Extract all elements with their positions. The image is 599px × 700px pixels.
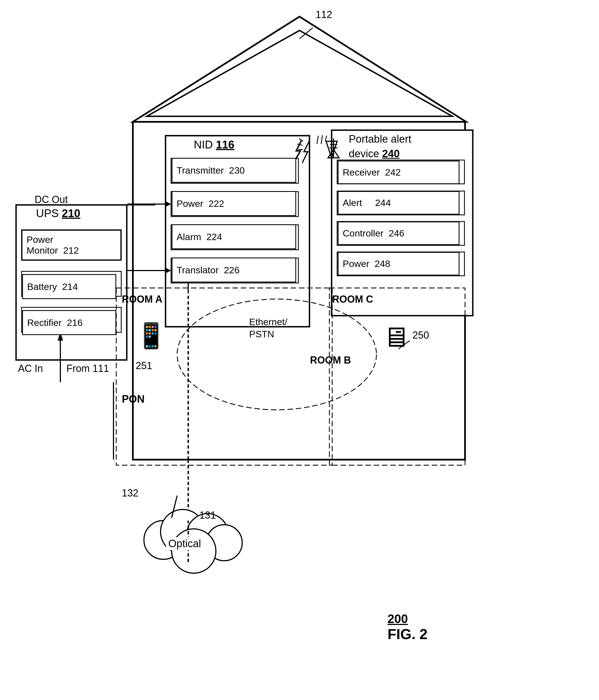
room-c-label: ROOM C — [332, 294, 373, 305]
svg-line-50 — [300, 28, 313, 39]
nid-label: NID 116 — [194, 139, 234, 151]
translator-box: Translator 226 — [172, 257, 296, 282]
rectifier-box: Rectifier 216 — [22, 310, 116, 335]
room-a-label: ROOM A — [122, 294, 162, 305]
svg-marker-17 — [326, 141, 337, 158]
svg-marker-36 — [166, 268, 171, 273]
pad-label: Portable alertdevice 240 — [349, 132, 411, 161]
svg-point-47 — [172, 529, 216, 573]
power-monitor-box: PowerMonitor 212 — [22, 230, 121, 260]
ref-131: 131 — [199, 509, 216, 521]
transmitter-box: Transmitter 230 — [172, 158, 296, 183]
svg-marker-1 — [147, 30, 452, 116]
power222-box: Power 222 — [172, 191, 296, 216]
dc-out-label: DC Out — [34, 194, 68, 205]
ref-132: 132 — [122, 488, 138, 499]
pon-label: PON — [122, 393, 145, 405]
svg-line-29 — [127, 205, 165, 232]
svg-marker-0 — [133, 17, 466, 122]
svg-marker-53 — [328, 150, 339, 158]
fig-label: FIG. 2 — [388, 626, 427, 643]
ethernet-label: Ethernet/PSTN — [249, 316, 287, 340]
ups-ref: 210 — [62, 207, 80, 219]
power248-box: Power 248 — [338, 252, 460, 276]
receiver-box: Receiver 242 — [338, 160, 460, 184]
controller-box: Controller 246 — [338, 222, 460, 245]
diagram-container: 112 NID 116 Transmitter 230 Power 222 Al… — [0, 0, 599, 700]
svg-rect-40 — [116, 288, 332, 465]
alarm-box: Alarm 224 — [172, 224, 296, 249]
ac-in-label: AC In — [18, 363, 43, 374]
svg-marker-34 — [166, 202, 171, 206]
fig-ref: 200 — [388, 612, 408, 626]
battery-box: Battery 214 — [22, 274, 116, 299]
diagram-svg — [0, 0, 599, 700]
svg-line-22 — [297, 144, 303, 145]
ref-112: 112 — [316, 9, 332, 21]
ups-label: UPS 210 — [36, 207, 80, 220]
ref-251: 251 — [136, 360, 152, 372]
svg-line-30 — [127, 204, 165, 208]
from111-label: From 111 — [67, 363, 109, 374]
svg-line-20 — [325, 136, 327, 141]
phone-icon: 📱 — [136, 321, 167, 350]
svg-line-48 — [172, 496, 177, 518]
svg-line-19 — [321, 135, 322, 144]
pad-ref: 240 — [382, 148, 399, 159]
room-b-label: ROOM B — [310, 354, 351, 366]
nid-ref: 116 — [216, 139, 234, 151]
ref-250: 250 — [412, 329, 429, 341]
optical-label: Optical — [166, 537, 203, 550]
alert-box: Alert 244 — [338, 191, 460, 215]
svg-line-21 — [299, 139, 303, 141]
svg-line-18 — [317, 136, 318, 144]
svg-rect-51 — [330, 288, 465, 465]
svg-point-46 — [206, 525, 242, 561]
computer-icon: 🖥 — [382, 321, 410, 353]
